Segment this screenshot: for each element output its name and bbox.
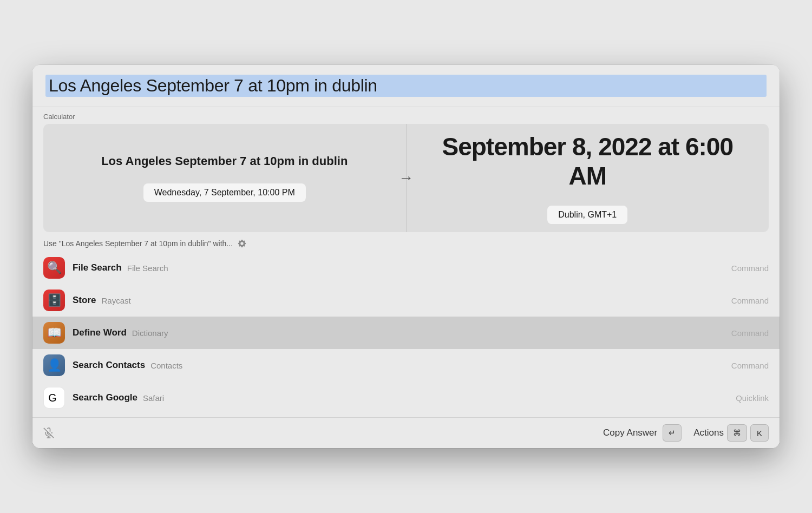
actions-label: Actions [693, 428, 724, 438]
result-content: Define Word Dictionary [73, 327, 731, 338]
result-shortcut: Quicklink [736, 393, 769, 403]
result-content: Store Raycast [73, 295, 731, 306]
noise-icon [43, 428, 54, 438]
search-bar [32, 65, 780, 107]
store-icon: 🗄️ [43, 290, 65, 311]
file-search-icon: 🔍 [43, 257, 65, 279]
search-input[interactable] [45, 75, 767, 97]
result-sub: Safari [143, 393, 164, 403]
contacts-icon: 👤 [43, 354, 65, 376]
result-item-search-google[interactable]: G Search Google Safari Quicklink [32, 382, 780, 414]
calculator-section: Calculator Los Angeles September 7 at 10… [32, 107, 780, 232]
gear-icon[interactable] [237, 239, 247, 248]
result-sub: Raycast [101, 296, 130, 305]
result-sub: Dictionary [132, 328, 168, 338]
result-name: Search Contacts [73, 360, 145, 371]
result-content: Search Google Safari [73, 392, 736, 403]
use-with-section: Use "Los Angeles September 7 at 10pm in … [32, 232, 780, 248]
result-sub: File Search [127, 264, 168, 273]
result-shortcut: Command [731, 296, 769, 305]
k-key-btn[interactable]: K [750, 424, 769, 442]
calc-card: Los Angeles September 7 at 10pm in dubli… [43, 124, 769, 232]
result-item-define-word[interactable]: 📖 Define Word Dictionary Command [32, 317, 780, 349]
calc-source-datetime: Wednesday, 7 September, 10:00 PM [143, 183, 306, 202]
svg-text:G: G [48, 392, 56, 404]
define-word-icon: 📖 [43, 322, 65, 344]
calc-arrow: → [388, 169, 424, 187]
result-name: Define Word [73, 327, 127, 338]
result-sub: Contacts [150, 361, 182, 370]
result-name: File Search [73, 262, 122, 273]
calc-result-location: Dublin, GMT+1 [547, 206, 627, 224]
result-shortcut: Command [731, 361, 769, 370]
result-item-file-search[interactable]: 🔍 File Search File Search Command [32, 252, 780, 284]
result-shortcut: Command [731, 328, 769, 338]
calc-query: Los Angeles September 7 at 10pm in dubli… [101, 154, 348, 168]
actions-group: Actions ⌘ K [693, 424, 769, 442]
section-label: Calculator [43, 113, 769, 121]
calc-result-datetime: September 8, 2022 at 6:00 AM [423, 132, 753, 190]
use-with-text: Use "Los Angeles September 7 at 10pm in … [43, 239, 233, 248]
result-name: Search Google [73, 392, 137, 403]
calc-left: Los Angeles September 7 at 10pm in dubli… [43, 124, 407, 232]
result-item-search-contacts[interactable]: 👤 Search Contacts Contacts Command [32, 349, 780, 382]
calc-right: September 8, 2022 at 6:00 AM Dublin, GMT… [407, 124, 769, 232]
results-list: 🔍 File Search File Search Command 🗄️ Sto… [32, 248, 780, 417]
cmd-key-btn[interactable]: ⌘ [727, 424, 747, 442]
google-svg: G [44, 388, 64, 407]
spotlight-window: Calculator Los Angeles September 7 at 10… [32, 65, 780, 448]
result-shortcut: Command [731, 264, 769, 273]
result-item-store[interactable]: 🗄️ Store Raycast Command [32, 284, 780, 317]
result-content: File Search File Search [73, 262, 731, 273]
bottom-bar: Copy Answer ↵ Actions ⌘ K [32, 417, 780, 448]
result-content: Search Contacts Contacts [73, 360, 731, 371]
google-icon: G [43, 387, 65, 409]
result-name: Store [73, 295, 96, 306]
copy-answer-label: Copy Answer [603, 428, 657, 438]
enter-key-btn[interactable]: ↵ [663, 424, 682, 442]
arrow-symbol: → [398, 169, 414, 187]
